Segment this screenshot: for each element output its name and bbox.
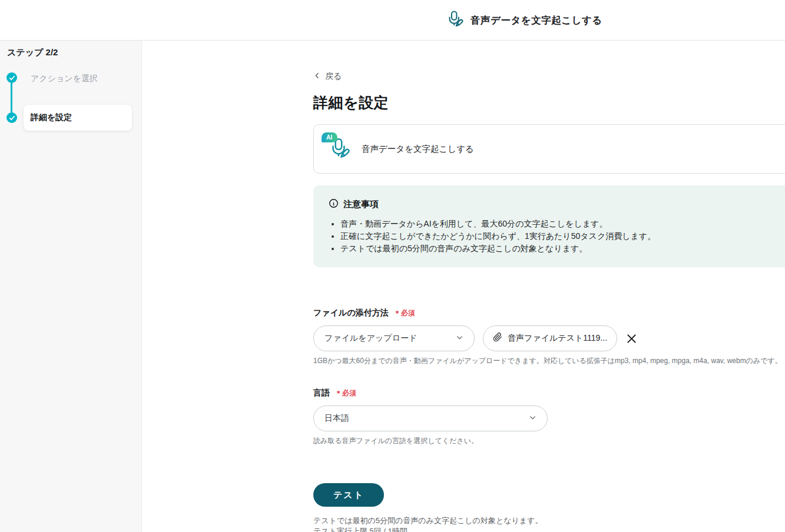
page-title: 詳細を設定	[313, 93, 785, 112]
sidebar-step-configure-details[interactable]: 詳細を設定	[24, 105, 132, 131]
notice-list: 音声・動画データからAIを利用して、最大60分の文字起こしをします。 正確に文字…	[329, 218, 785, 255]
ai-badge: AI	[322, 132, 337, 142]
chevron-down-icon	[528, 413, 537, 424]
main-content: 戻る 詳細を設定 AI 音声データを文字起こしする	[142, 41, 785, 532]
chevron-left-icon	[313, 72, 321, 81]
info-icon	[329, 198, 339, 211]
file-method-select-value: ファイルをアップロード	[324, 333, 417, 344]
sidebar-step-label: 詳細を設定	[31, 112, 72, 123]
chevron-down-icon	[455, 333, 464, 344]
language-select[interactable]: 日本語	[313, 405, 548, 431]
notice-panel: 注意事項 音声・動画データからAIを利用して、最大60分の文字起こしをします。 …	[313, 185, 785, 267]
app-window: 音声データを文字起こしする ステップ 2/2 アクションを選択 詳細を設定	[0, 0, 785, 532]
step-counter: ステップ 2/2	[7, 47, 58, 58]
top-header: 音声データを文字起こしする	[0, 0, 785, 41]
step1-check-icon	[6, 72, 17, 83]
notice-title: 注意事項	[343, 199, 379, 210]
action-card-title: 音声データを文字起こしする	[362, 144, 474, 155]
file-method-select[interactable]: ファイルをアップロード	[313, 325, 475, 351]
paperclip-icon	[493, 332, 502, 344]
language-field: 言語 ＊必須 日本語 読み取る音声ファイルの言語を選択してください。	[313, 388, 785, 446]
back-label: 戻る	[325, 71, 342, 82]
file-attachment-field: ファイルの添付方法 ＊必須 ファイルをアップロード	[313, 308, 785, 366]
required-badge: ＊必須	[335, 388, 356, 398]
notice-item: 正確に文字起こしができたかどうかに関わらず、1実行あたり50タスク消費します。	[340, 230, 785, 242]
notice-item: 音声・動画データからAIを利用して、最大60分の文字起こしをします。	[340, 218, 785, 230]
required-badge: ＊必須	[394, 308, 415, 318]
test-section: テスト テストでは最初の5分間の音声のみ文字起こしの対象となります。 テスト実行…	[313, 483, 785, 532]
stepper-connector-line	[11, 78, 12, 118]
attached-file-name: 音声ファイルテスト1119...	[508, 333, 607, 344]
test-helper-text: テストでは最初の5分間の音声のみ文字起こしの対象となります。	[313, 516, 785, 526]
sidebar-step-select-action[interactable]: アクションを選択	[31, 74, 98, 84]
attached-file-chip[interactable]: 音声ファイルテスト1119...	[483, 325, 617, 351]
selected-action-card[interactable]: AI 音声データを文字起こしする	[313, 124, 785, 174]
file-field-helper: 1GBかつ最大60分までの音声・動画ファイルがアップロードできます。対応している…	[313, 356, 785, 366]
test-button[interactable]: テスト	[313, 483, 384, 507]
language-select-value: 日本語	[324, 413, 349, 424]
language-field-helper: 読み取る音声ファイルの言語を選択してください。	[313, 436, 785, 446]
test-limit-text: テスト実行上限 5回 / 1時間	[313, 526, 785, 532]
notice-header: 注意事項	[329, 198, 785, 211]
notice-item: テストでは最初の5分間の音声のみ文字起こしの対象となります。	[340, 242, 785, 255]
microphone-pen-icon	[445, 9, 465, 32]
header-title: 音声データを文字起こしする	[471, 14, 602, 27]
step2-check-icon	[6, 112, 17, 123]
remove-file-button[interactable]	[624, 331, 639, 346]
back-button[interactable]: 戻る	[313, 71, 342, 82]
stepper-sidebar: ステップ 2/2 アクションを選択 詳細を設定	[0, 41, 142, 532]
file-field-label: ファイルの添付方法	[313, 308, 389, 318]
language-field-label: 言語	[313, 388, 330, 398]
header-title-group: 音声データを文字起こしする	[445, 0, 602, 41]
